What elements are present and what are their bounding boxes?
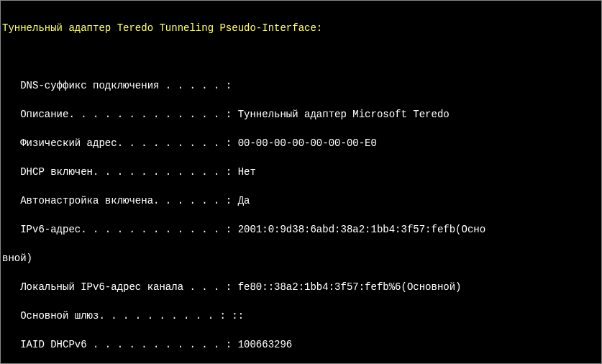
- dhcp-enabled-line: DHCP включен. . . . . . . . . . . : Нет: [2, 165, 601, 179]
- ipv6-address-line-a: IPv6-адрес. . . . . . . . . . . . : 2001…: [2, 222, 601, 237]
- ipv6-address-line-b: вной): [2, 251, 601, 265]
- blank-line: [2, 50, 601, 64]
- default-gateway-line: Основной шлюз. . . . . . . . . . : ::: [2, 309, 601, 323]
- terminal-window[interactable]: Туннельный адаптер Teredo Tunneling Pseu…: [0, 0, 602, 364]
- adapter-teredo-header: Туннельный адаптер Teredo Tunneling Pseu…: [2, 21, 601, 35]
- autoconfig-line: Автонастройка включена. . . . . . : Да: [2, 194, 601, 208]
- dns-suffix-line: DNS-суффикс подключения . . . . . :: [2, 78, 601, 93]
- iaid-dhcpv6-line: IAID DHCPv6 . . . . . . . . . . . : 1006…: [2, 337, 601, 352]
- link-local-ipv6-line: Локальный IPv6-адрес канала . . . : fe80…: [2, 280, 601, 294]
- description-line: Описание. . . . . . . . . . . . . : Тунн…: [2, 107, 601, 122]
- physical-address-line: Физический адрес. . . . . . . . . : 00-0…: [2, 136, 601, 150]
